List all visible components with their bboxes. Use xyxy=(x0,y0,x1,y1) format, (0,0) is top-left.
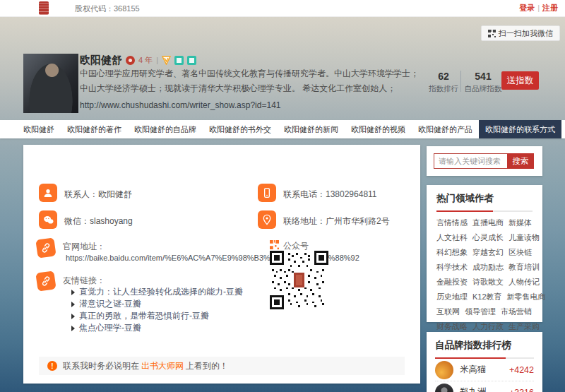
tag[interactable]: 互联网 xyxy=(436,307,460,317)
tag[interactable]: 财务战略 xyxy=(436,321,468,332)
verified-seal-badge-icon xyxy=(126,56,135,65)
panel-divider xyxy=(435,357,534,359)
login-link[interactable]: 登录 xyxy=(519,4,535,12)
tag[interactable]: 金融投资 xyxy=(436,277,468,287)
mp-qr-code xyxy=(270,251,328,309)
tag[interactable]: 区块链 xyxy=(509,247,532,258)
friend-link-1[interactable]: 直觉力：让人生经验转化成选择的能力-豆瓣 xyxy=(71,286,243,298)
self-brand-rank-panel: 自品牌指数排行榜 米高猫 +4242 郑九洲 +3316 xyxy=(427,332,542,392)
tag[interactable]: 领导管理 xyxy=(465,307,496,317)
notice-suffix: 上看到的！ xyxy=(186,361,228,371)
contact-phone: 联系电话：13802964811 xyxy=(283,189,377,201)
wechat-scan-button[interactable]: 扫一扫加我微信 xyxy=(481,25,560,41)
link-icon xyxy=(35,237,56,258)
arrow-icon xyxy=(71,302,75,307)
send-index-button[interactable]: 送指数 xyxy=(501,71,539,90)
search-input[interactable] xyxy=(434,153,507,169)
self-brand-index-stat: 541 自品牌指数 xyxy=(463,71,503,94)
tag[interactable]: 科学技术 xyxy=(436,262,468,273)
register-link[interactable]: 注册 xyxy=(542,4,558,12)
v-shield-badge-icon xyxy=(162,56,171,65)
mp-qr-mini-icon xyxy=(270,240,279,249)
media-badge-icon-2 xyxy=(187,56,196,65)
tag[interactable]: 人文社科 xyxy=(436,232,468,243)
tag[interactable]: 教育培训 xyxy=(509,262,540,273)
friend-link-3[interactable]: 真正的勇敢，是带着恐惧前行-豆瓣 xyxy=(71,310,209,322)
author-avatar xyxy=(23,54,78,113)
friend-link-2-label: 潜意识之谜-豆瓣 xyxy=(79,298,141,310)
tag[interactable]: K12教育 xyxy=(472,292,502,302)
friend-link-2[interactable]: 潜意识之谜-豆瓣 xyxy=(71,298,141,310)
friend-link-4-label: 焦点心理学-豆瓣 xyxy=(79,322,141,334)
hot-authors-title: 热门领域作者 xyxy=(436,192,533,205)
auth-separator: | xyxy=(537,4,540,12)
rank-avatar-1 xyxy=(435,361,453,379)
stock-code: 股权代码：368155 xyxy=(75,4,140,14)
friend-link-4[interactable]: 焦点心理学-豆瓣 xyxy=(71,322,141,334)
tab-products[interactable]: 欧阳健舒的产品 xyxy=(412,120,479,138)
profile-url-link[interactable]: http://www.chushudashi.com/writer_show.a… xyxy=(80,100,281,110)
contact-panel: 联系人：欧阳健舒 联系电话：13802964811 微信：slashoyang … xyxy=(23,145,420,384)
page: 股权代码：368155 登录|注册 扫一扫加我微信 欧阳健舒 4 年 | 中国心… xyxy=(0,0,565,392)
rank-score-2: +3316 xyxy=(509,388,534,392)
top-bar: 股权代码：368155 登录|注册 xyxy=(0,0,565,17)
contact-wechat-label: 微信： xyxy=(64,216,90,226)
tab-works[interactable]: 欧阳健舒的著作 xyxy=(61,120,128,138)
tab-self-brand[interactable]: 欧阳健舒的自品牌 xyxy=(128,120,203,138)
tag[interactable]: 历史地理 xyxy=(436,292,468,302)
contact-notice-bar: ! 联系我时务必说明在出书大师网上看到的！ xyxy=(39,357,405,375)
contact-person: 联系人：欧阳健舒 xyxy=(64,189,132,201)
contact-person-label: 联系人： xyxy=(64,189,98,199)
tag[interactable]: 科幻想象 xyxy=(436,247,468,258)
tag[interactable]: 诗歌散文 xyxy=(472,277,504,287)
tag[interactable]: 穿越玄幻 xyxy=(472,247,504,258)
friend-link-3-label: 真正的勇敢，是带着恐惧前行-豆瓣 xyxy=(79,310,209,322)
rank-row-1[interactable]: 米高猫 +4242 xyxy=(435,359,534,381)
tag[interactable]: 市场营销 xyxy=(501,307,532,317)
wechat-scan-label: 扫一扫加我微信 xyxy=(499,28,553,39)
tab-contact-active[interactable]: 欧阳健舒的联系方式 xyxy=(479,120,561,138)
exclamation-icon: ! xyxy=(47,361,57,371)
media-badge-icon-1 xyxy=(174,56,184,65)
search-button[interactable]: 搜索 xyxy=(507,153,534,169)
badge-separator: | xyxy=(156,56,158,64)
tag[interactable]: 儿童读物 xyxy=(509,232,540,243)
tab-book-diplomacy[interactable]: 欧阳健舒的书外交 xyxy=(203,120,278,138)
person-icon xyxy=(39,184,57,202)
profile-tab-bar: 欧阳健舒 欧阳健舒的著作 欧阳健舒的自品牌 欧阳健舒的书外交 欧阳健舒的新闻 欧… xyxy=(0,120,565,138)
tab-news[interactable]: 欧阳健舒的新闻 xyxy=(278,120,345,138)
contact-phone-label: 联系电话： xyxy=(283,189,326,199)
tag[interactable]: 人力行政 xyxy=(472,321,504,332)
arrow-icon xyxy=(71,326,75,331)
contact-address-label: 联络地址： xyxy=(283,216,326,226)
tag[interactable]: 成功励志 xyxy=(472,262,504,273)
index-rank-value: 62 xyxy=(424,71,463,82)
membership-years: 4 年 xyxy=(138,55,153,66)
contact-wechat: 微信：slashoyang xyxy=(64,215,133,227)
tag[interactable]: 人物传记 xyxy=(509,277,540,287)
self-brand-index-label: 自品牌指数 xyxy=(463,84,503,94)
rank-name-1: 米高猫 xyxy=(460,364,509,376)
author-name: 欧阳健舒 xyxy=(80,54,122,67)
rank-row-2[interactable]: 郑九洲 +3316 xyxy=(435,381,534,392)
panel-divider xyxy=(436,210,533,212)
notice-site-link[interactable]: 出书大师网 xyxy=(141,361,184,371)
tag[interactable]: 新零售电商 xyxy=(507,292,546,302)
tag[interactable]: 心灵成长 xyxy=(472,232,504,243)
contact-address-value: 广州市华利路2号 xyxy=(326,216,390,226)
site-logo-seal-icon xyxy=(39,1,49,15)
qr-mini-icon xyxy=(488,30,496,37)
friend-links-label: 友情链接： xyxy=(63,275,105,287)
tab-author[interactable]: 欧阳健舒 xyxy=(17,120,61,138)
tag[interactable]: 生产采购 xyxy=(509,321,540,332)
contact-address: 联络地址：广州市华利路2号 xyxy=(283,215,390,227)
stat-divider xyxy=(460,71,461,92)
arrow-icon xyxy=(71,290,75,295)
tag[interactable]: 言情情感 xyxy=(436,218,468,228)
tag[interactable]: 新媒体 xyxy=(509,218,532,228)
rank-title: 自品牌指数排行榜 xyxy=(435,339,534,352)
rank-score-1: +4242 xyxy=(509,365,534,375)
tag[interactable]: 直播电商 xyxy=(472,218,504,228)
tab-videos[interactable]: 欧阳健舒的视频 xyxy=(345,120,412,138)
wechat-icon xyxy=(39,210,57,229)
